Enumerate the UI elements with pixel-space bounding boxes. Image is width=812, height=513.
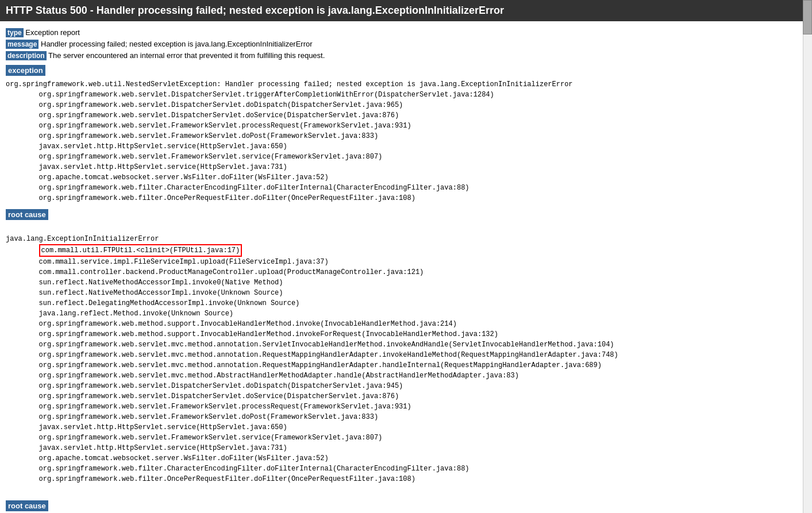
message-row: message Handler processing failed; neste… [6,40,806,49]
root-cause-section-2: root cause [6,497,806,511]
exception-section: exception [6,63,806,77]
page-title: HTTP Status 500 - Handler processing fai… [6,5,504,16]
root-cause-label-1: root cause [6,209,48,220]
type-row: type Exception report [6,28,806,37]
message-value: Handler processing failed; nested except… [41,40,313,48]
scrollbar[interactable] [803,0,812,513]
description-value: The server encountered an internal error… [48,51,325,60]
exception-label: exception [6,65,45,76]
root-cause-stacktrace: java.lang.ExceptionInInitializerError co… [6,223,806,495]
message-label: message [6,40,39,49]
root-cause-first-line: java.lang.ExceptionInInitializerError co… [6,235,618,483]
exception-stacktrace: org.springframework.web.util.NestedServl… [6,79,806,203]
type-value: Exception report [25,28,80,37]
description-label: description [6,51,47,60]
description-row: description The server encountered an in… [6,51,806,60]
root-cause-section-1: root cause [6,207,806,221]
highlighted-clinit-line: com.mmall.util.FTPUtil.<clinit>(FTPUtil.… [39,244,243,257]
type-label: type [6,28,24,37]
root-cause-label-2: root cause [6,500,48,511]
title-bar: HTTP Status 500 - Handler processing fai… [0,0,812,21]
scrollbar-thumb[interactable] [803,0,812,34]
